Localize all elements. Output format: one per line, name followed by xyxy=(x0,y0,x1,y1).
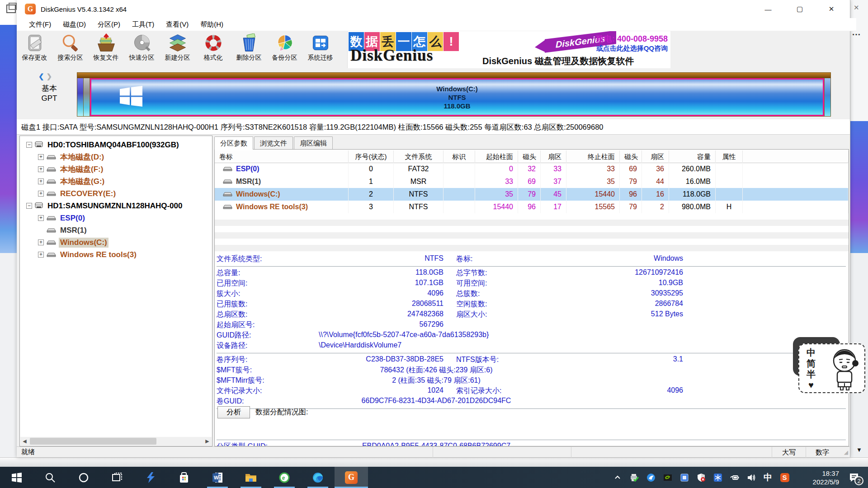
toolbar-button-quick-partition[interactable]: 快速分区 xyxy=(124,31,160,69)
tree-item-0[interactable]: −HD0:TOSHIBAMQ04ABF100(932GB) xyxy=(20,139,212,151)
tree-item-7[interactable]: MSR(1) xyxy=(20,224,212,236)
promo-banner[interactable]: 数据丢一怎么! DiskGenius DiskGenius 致电: 400-00… xyxy=(347,31,670,68)
table-row-windows-re-tools-3-[interactable]: Windows RE tools(3)3NTFS1544096171556579… xyxy=(215,201,849,213)
collapse-icon[interactable]: − xyxy=(26,142,32,148)
menu-item-0[interactable]: 文件(F) xyxy=(23,18,57,31)
tray-security-shield[interactable] xyxy=(693,467,709,488)
expand-icon[interactable]: + xyxy=(38,239,44,245)
table-row-windows-c-[interactable]: Windows(C:)2NTFS357945154409616118.0GB xyxy=(215,188,849,201)
collapse-icon[interactable]: − xyxy=(26,203,32,209)
taskbar-app-search[interactable] xyxy=(33,467,67,488)
toolbar-button-new-partition[interactable]: 新建分区 xyxy=(160,31,195,69)
column-header-11[interactable]: 属性 xyxy=(716,150,743,163)
tray-tray-expand[interactable] xyxy=(609,467,626,488)
column-header-9[interactable]: 扇区 xyxy=(642,150,669,163)
expand-icon[interactable]: + xyxy=(38,215,44,221)
partition-sliver-re[interactable] xyxy=(824,78,830,116)
tree-item-2[interactable]: +本地磁盘(F:) xyxy=(20,163,212,175)
menu-item-2[interactable]: 分区(P) xyxy=(92,18,126,31)
tray-ime[interactable]: 中 xyxy=(760,467,776,488)
taskbar-app-start[interactable] xyxy=(0,467,33,488)
table-stripe xyxy=(215,226,849,232)
maximize-button[interactable]: ▢ xyxy=(784,0,816,18)
tray-snowflake[interactable] xyxy=(709,467,726,488)
taskbar-app-explorer[interactable] xyxy=(234,467,268,488)
tree-item-8[interactable]: +Windows(C:) xyxy=(20,236,212,249)
column-header-2[interactable]: 文件系统 xyxy=(394,150,443,163)
tray-volume[interactable] xyxy=(743,467,760,488)
scroll-left-icon[interactable]: ◀ xyxy=(20,437,29,446)
tree-item-5[interactable]: −HD1:SAMSUNGMZNLN128HAHQ-000 xyxy=(20,200,212,212)
ime-status-panel[interactable]: 中简半♥ xyxy=(798,343,865,393)
close-button[interactable]: ✕ xyxy=(816,0,847,18)
scrollbar-thumb[interactable] xyxy=(30,438,156,445)
column-header-10[interactable]: 容量 xyxy=(669,150,716,163)
column-header-4[interactable]: 起始柱面 xyxy=(475,150,518,163)
expand-icon[interactable]: + xyxy=(38,166,44,172)
tree-item-9[interactable]: +Windows RE tools(3) xyxy=(20,249,212,261)
cell: NTFS xyxy=(394,188,443,201)
tree-item-6[interactable]: +ESP(0) xyxy=(20,212,212,224)
tray-power[interactable] xyxy=(726,467,743,488)
taskbar-app-diskgenius[interactable]: G xyxy=(335,467,368,488)
tree-item-3[interactable]: +本地磁盘(G:) xyxy=(20,175,212,188)
column-header-1[interactable]: 序号(状态) xyxy=(349,150,394,163)
toolbar-button-save-changes[interactable]: 保存更改 xyxy=(17,31,52,69)
tree-item-4[interactable]: +RECOVERY(E:) xyxy=(20,188,212,200)
partition-sliver-esp[interactable] xyxy=(77,78,84,116)
scroll-right-icon[interactable]: ▶ xyxy=(203,437,212,446)
disk-nav-arrows[interactable]: ❮❯ xyxy=(38,72,54,80)
taskbar-clock[interactable]: 18:37 2022/5/9 xyxy=(797,469,839,486)
tray-printer[interactable] xyxy=(626,467,642,488)
taskbar-app-cortana[interactable] xyxy=(67,467,100,488)
toolbar-button-format[interactable]: 格式化 xyxy=(195,31,231,69)
tab-2[interactable]: 扇区编辑 xyxy=(294,136,333,149)
toolbar-button-backup-partition[interactable]: 备份分区 xyxy=(267,31,302,69)
banner-qq-link[interactable]: 或点击此处选择QQ咨询 xyxy=(574,44,668,53)
action-center-button[interactable]: 2 xyxy=(844,467,864,488)
analyze-button[interactable]: 分析 xyxy=(217,406,250,418)
tray-bird[interactable] xyxy=(642,467,659,488)
toolbar-button-delete-partition[interactable]: 删除分区 xyxy=(231,31,267,69)
toolbar-button-recover-files[interactable]: 恢复文件 xyxy=(88,31,124,69)
tray-sogou[interactable]: S xyxy=(776,467,793,488)
tree-item-1[interactable]: +本地磁盘(D:) xyxy=(20,151,212,163)
tab-0[interactable]: 分区参数 xyxy=(214,136,253,150)
expand-icon[interactable]: + xyxy=(38,154,44,160)
row-volume-label: MSR(1) xyxy=(215,175,349,188)
next-disk-icon[interactable]: ❯ xyxy=(47,72,55,80)
taskbar-app-word[interactable]: W xyxy=(201,467,234,488)
partition-block-windows-c[interactable]: Windows(C:) NTFS 118.0GB xyxy=(90,78,824,116)
column-header-8[interactable]: 磁头 xyxy=(620,150,642,163)
table-row-msr-1-[interactable]: MSR(1)1MSR33693735794416.0MB xyxy=(215,175,849,188)
partition-sliver-msr[interactable] xyxy=(84,78,90,116)
table-row-esp-0-[interactable]: ESP(0)0FAT3203233336936260.0MB xyxy=(215,163,849,175)
column-header-5[interactable]: 磁头 xyxy=(518,150,541,163)
tray-nvidia[interactable] xyxy=(659,467,676,488)
menu-item-1[interactable]: 磁盘(D) xyxy=(57,18,92,31)
column-header-6[interactable]: 扇区 xyxy=(541,150,566,163)
tree-horizontal-scrollbar[interactable]: ◀ ▶ xyxy=(20,437,212,446)
toolbar-button-search-partition[interactable]: 搜索分区 xyxy=(52,31,88,69)
expand-icon[interactable]: + xyxy=(38,191,44,197)
taskbar-app-flash[interactable] xyxy=(134,467,167,488)
expand-icon[interactable]: + xyxy=(38,178,44,184)
column-header-7[interactable]: 终止柱面 xyxy=(566,150,620,163)
resize-grip-icon[interactable]: ◢ xyxy=(839,449,850,455)
taskbar-app-browser-green[interactable]: e xyxy=(268,467,301,488)
toolbar-button-system-migration[interactable]: 系统迁移 xyxy=(302,31,338,69)
taskbar-app-edge[interactable] xyxy=(301,467,335,488)
taskbar-app-store[interactable] xyxy=(167,467,201,488)
tab-1[interactable]: 浏览文件 xyxy=(254,136,293,149)
menu-item-4[interactable]: 查看(V) xyxy=(160,18,194,31)
column-header-0[interactable]: 卷标 xyxy=(215,150,349,163)
minimize-button[interactable]: — xyxy=(752,0,784,18)
taskbar-app-task-view[interactable] xyxy=(100,467,134,488)
prev-disk-icon[interactable]: ❮ xyxy=(38,72,47,80)
scrollbar-track[interactable] xyxy=(29,437,203,446)
tray-intel[interactable] xyxy=(676,467,693,488)
column-header-3[interactable]: 标识 xyxy=(443,150,475,163)
menu-item-5[interactable]: 帮助(H) xyxy=(194,18,229,31)
expand-icon[interactable]: + xyxy=(38,252,44,258)
menu-item-3[interactable]: 工具(T) xyxy=(126,18,160,31)
